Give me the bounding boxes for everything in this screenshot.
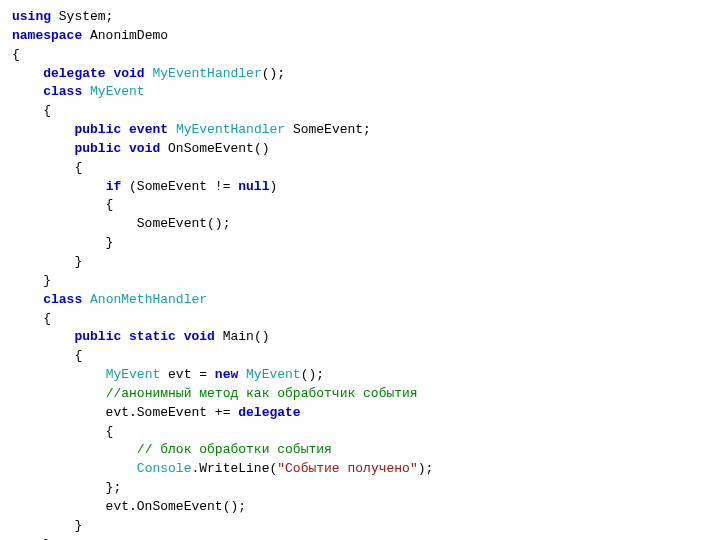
code-line: public void OnSomeEvent(): [12, 140, 708, 159]
code-token: {: [12, 160, 82, 175]
code-token: [12, 461, 137, 476]
code-line: class MyEvent: [12, 83, 708, 102]
code-line: SomeEvent();: [12, 215, 708, 234]
code-token: );: [418, 461, 434, 476]
code-line: }: [12, 253, 708, 272]
code-line: {: [12, 102, 708, 121]
code-line: {: [12, 423, 708, 442]
code-token: {: [12, 348, 82, 363]
code-line: // блок обработки события: [12, 441, 708, 460]
code-token: class: [43, 292, 82, 307]
code-token: null: [238, 179, 269, 194]
code-token: (SomeEvent !=: [121, 179, 238, 194]
code-token: AnonMethHandler: [90, 292, 207, 307]
code-token: [12, 66, 43, 81]
code-token: {: [12, 103, 51, 118]
code-token: System;: [51, 9, 113, 24]
code-token: [12, 367, 106, 382]
code-token: MyEvent: [106, 367, 161, 382]
code-token: [12, 179, 106, 194]
code-token: evt.OnSomeEvent();: [12, 499, 246, 514]
code-line: Console.WriteLine("Событие получено");: [12, 460, 708, 479]
code-token: {: [12, 311, 51, 326]
code-token: ();: [262, 66, 285, 81]
code-token: new: [215, 367, 238, 382]
code-token: }: [12, 273, 51, 288]
code-token: //анонимный метод как обработчик события: [106, 386, 418, 401]
code-line: {: [12, 196, 708, 215]
code-token: Main(): [215, 329, 270, 344]
code-token: MyEventHandler: [152, 66, 261, 81]
code-line: }: [12, 272, 708, 291]
code-token: ): [269, 179, 277, 194]
code-token: OnSomeEvent(): [160, 141, 269, 156]
code-token: [12, 84, 43, 99]
code-token: [82, 292, 90, 307]
code-token: [12, 141, 74, 156]
code-token: "Событие получено": [277, 461, 417, 476]
code-line: if (SomeEvent != null): [12, 178, 708, 197]
code-token: MyEvent: [246, 367, 301, 382]
code-token: using: [12, 9, 51, 24]
code-token: MyEventHandler: [176, 122, 285, 137]
code-token: }: [12, 537, 51, 540]
code-token: class: [43, 84, 82, 99]
code-token: MyEvent: [90, 84, 145, 99]
code-line: public event MyEventHandler SomeEvent;: [12, 121, 708, 140]
code-token: [82, 84, 90, 99]
code-token: delegate: [238, 405, 300, 420]
code-line: delegate void MyEventHandler();: [12, 65, 708, 84]
code-token: [12, 292, 43, 307]
code-token: ();: [301, 367, 324, 382]
code-line: }: [12, 234, 708, 253]
code-token: [168, 122, 176, 137]
code-token: }: [12, 235, 113, 250]
code-token: .WriteLine(: [191, 461, 277, 476]
code-token: delegate: [43, 66, 105, 81]
code-block: using System;namespace AnonimDemo{ deleg…: [12, 8, 708, 540]
code-token: [238, 367, 246, 382]
code-token: Console: [137, 461, 192, 476]
code-token: public: [74, 141, 121, 156]
code-line: MyEvent evt = new MyEvent();: [12, 366, 708, 385]
code-token: };: [12, 480, 121, 495]
code-line: {: [12, 46, 708, 65]
code-token: }: [12, 254, 82, 269]
code-token: [121, 329, 129, 344]
code-line: public static void Main(): [12, 328, 708, 347]
code-token: [12, 329, 74, 344]
code-token: if: [106, 179, 122, 194]
code-token: event: [129, 122, 168, 137]
code-line: {: [12, 347, 708, 366]
code-token: {: [12, 47, 20, 62]
code-token: public: [74, 329, 121, 344]
code-line: {: [12, 310, 708, 329]
code-line: {: [12, 159, 708, 178]
code-token: [121, 141, 129, 156]
code-token: AnonimDemo: [82, 28, 168, 43]
code-token: void: [184, 329, 215, 344]
code-token: }: [12, 518, 82, 533]
code-token: evt.SomeEvent +=: [12, 405, 238, 420]
code-token: SomeEvent;: [285, 122, 371, 137]
code-token: [12, 442, 137, 457]
code-line: using System;: [12, 8, 708, 27]
code-token: public: [74, 122, 121, 137]
code-line: class AnonMethHandler: [12, 291, 708, 310]
code-token: void: [129, 141, 160, 156]
code-line: namespace AnonimDemo: [12, 27, 708, 46]
code-line: evt.SomeEvent += delegate: [12, 404, 708, 423]
code-line: }: [12, 536, 708, 540]
code-token: [121, 122, 129, 137]
code-token: [12, 386, 106, 401]
code-token: // блок обработки события: [137, 442, 332, 457]
code-line: }: [12, 517, 708, 536]
code-token: void: [113, 66, 144, 81]
code-token: [176, 329, 184, 344]
code-line: };: [12, 479, 708, 498]
code-line: evt.OnSomeEvent();: [12, 498, 708, 517]
code-token: {: [12, 197, 113, 212]
code-token: [12, 122, 74, 137]
code-token: SomeEvent();: [12, 216, 230, 231]
code-token: static: [129, 329, 176, 344]
